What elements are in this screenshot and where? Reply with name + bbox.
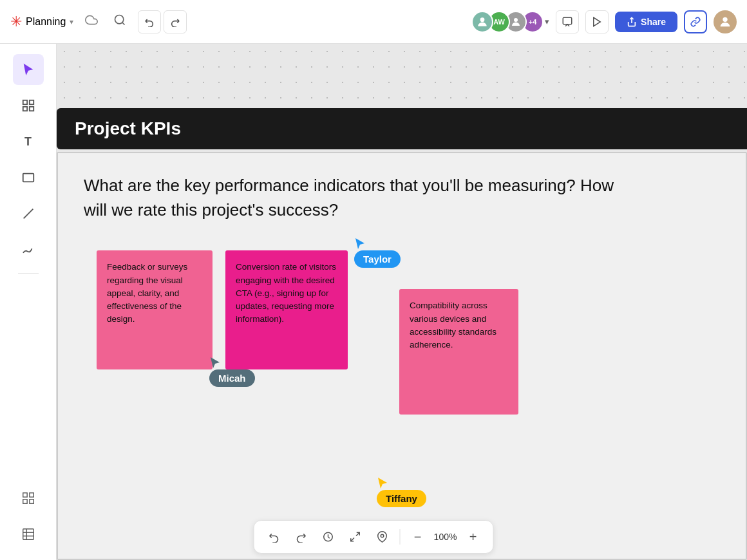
- grid-tool-button[interactable]: [13, 483, 44, 514]
- svg-rect-9: [29, 100, 33, 104]
- svg-rect-16: [23, 499, 26, 503]
- undo-button[interactable]: [138, 10, 161, 33]
- bottom-redo-button[interactable]: [289, 525, 314, 549]
- svg-marker-5: [594, 17, 601, 26]
- zoom-out-button[interactable]: −: [406, 525, 430, 549]
- redo-button[interactable]: [164, 10, 187, 33]
- left-sidebar: T: [0, 44, 57, 560]
- cursor-micah: Micah: [209, 357, 255, 387]
- tool-group-bottom: [13, 483, 44, 550]
- share-label: Share: [641, 17, 666, 27]
- canvas[interactable]: Project KPIs What are the key performanc…: [57, 44, 747, 560]
- dropdown-arrow-icon[interactable]: ▾: [70, 17, 73, 26]
- logo-icon: ✳: [10, 14, 22, 30]
- line-tool-button[interactable]: [13, 198, 44, 229]
- share-button[interactable]: Share: [615, 12, 677, 32]
- svg-rect-10: [23, 107, 26, 111]
- svg-point-7: [723, 17, 727, 21]
- svg-rect-12: [23, 174, 33, 182]
- location-button[interactable]: [370, 525, 395, 549]
- avatar-dropdown-button[interactable]: ▾: [545, 17, 549, 26]
- micah-label: Micah: [209, 369, 255, 387]
- pen-tool-button[interactable]: [13, 234, 44, 265]
- svg-rect-17: [29, 499, 33, 503]
- kpi-title: Project KPIs: [57, 108, 199, 149]
- svg-rect-4: [563, 17, 572, 24]
- sticky-note-3[interactable]: Compatibility across various devices and…: [399, 289, 518, 415]
- fit-button[interactable]: [343, 525, 368, 549]
- content-frame: What are the key performance indicators …: [57, 152, 747, 560]
- select-tool-button[interactable]: [13, 54, 44, 85]
- svg-line-23: [356, 532, 359, 536]
- present-button[interactable]: [585, 10, 609, 33]
- user-avatar[interactable]: [714, 10, 737, 33]
- svg-rect-14: [23, 493, 26, 497]
- avatar-group: AW +4 ▾: [471, 11, 549, 33]
- zoom-level: 100%: [433, 532, 459, 542]
- svg-point-2: [480, 17, 485, 22]
- svg-point-3: [514, 18, 518, 22]
- toolbar-left: ✳ Planning ▾: [10, 10, 187, 33]
- svg-point-25: [381, 534, 384, 537]
- top-toolbar: ✳ Planning ▾: [0, 0, 747, 44]
- notes-area: Feedback or surveys regarding the visual…: [84, 250, 720, 456]
- svg-rect-8: [23, 100, 26, 104]
- svg-line-24: [351, 538, 354, 541]
- cursor-taylor: Taylor: [354, 238, 401, 268]
- app-logo: ✳ Planning ▾: [10, 14, 73, 30]
- svg-line-13: [23, 209, 33, 219]
- zoom-in-button[interactable]: +: [461, 525, 486, 549]
- avatar-1: [471, 11, 493, 33]
- sticky-note-1[interactable]: Feedback or surveys regarding the visual…: [97, 250, 213, 369]
- bottom-undo-button[interactable]: [262, 525, 287, 549]
- svg-rect-11: [29, 107, 33, 111]
- cloud-save-button[interactable]: [81, 10, 102, 33]
- history-button[interactable]: [316, 525, 341, 549]
- link-button[interactable]: [684, 10, 707, 33]
- bottom-toolbar: − 100% +: [254, 520, 494, 554]
- svg-rect-15: [29, 493, 33, 497]
- sticky-note-2[interactable]: Conversion rate of visitors engaging wit…: [225, 250, 348, 369]
- svg-point-0: [115, 15, 124, 24]
- tool-separator: [18, 273, 39, 274]
- text-tool-button[interactable]: T: [13, 126, 44, 157]
- toolbar-right: AW +4 ▾ Share: [471, 10, 737, 33]
- rectangle-tool-button[interactable]: [13, 162, 44, 193]
- bottom-separator-1: [400, 529, 401, 545]
- nav-buttons: [138, 10, 187, 33]
- app-name: Planning: [26, 16, 66, 28]
- search-button[interactable]: [109, 10, 130, 33]
- tiffany-label: Tiffany: [377, 490, 426, 507]
- comment-button[interactable]: [556, 10, 579, 33]
- kpi-banner: Project KPIs: [57, 108, 747, 149]
- cursor-tiffany: Tiffany: [377, 477, 426, 507]
- svg-rect-18: [23, 529, 33, 540]
- svg-line-1: [122, 23, 125, 25]
- frame-tool-button[interactable]: [13, 90, 44, 121]
- taylor-label: Taylor: [354, 250, 401, 268]
- kpi-question: What are the key performance indicators …: [84, 174, 625, 222]
- table-tool-button[interactable]: [13, 519, 44, 550]
